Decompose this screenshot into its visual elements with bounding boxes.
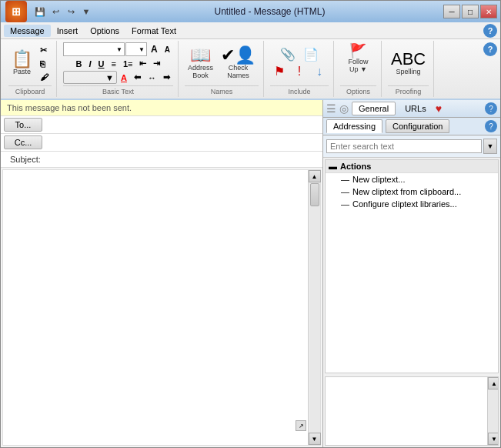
importance-high-button[interactable]: !	[290, 64, 309, 79]
tree-item-0[interactable]: — New cliptext...	[326, 173, 498, 186]
style-dropdown[interactable]: ▼	[63, 71, 117, 84]
panel-icon-left: ☰	[326, 102, 336, 115]
decrease-indent-button[interactable]: ⇤	[136, 57, 149, 70]
window-title: Untitled - Message (HTML)	[96, 6, 443, 17]
address-book-button[interactable]: 📖 AddressBook	[185, 45, 216, 81]
tree-item-2[interactable]: — Configure cliptext libraries...	[326, 198, 498, 210]
attach-file-button[interactable]: 📎	[277, 47, 299, 62]
ribbon-group-options: 🚩 FollowUp ▼ Options	[336, 41, 382, 97]
actions-label: Actions	[340, 162, 371, 171]
scroll-thumb[interactable]	[310, 183, 319, 206]
scroll-track[interactable]	[309, 182, 320, 433]
maximize-button[interactable]: □	[462, 5, 479, 18]
tab-urls[interactable]: URLs	[399, 102, 433, 115]
flag-button[interactable]: ⚑	[270, 64, 289, 79]
numbering-button[interactable]: 1≡	[120, 57, 136, 70]
ribbon-group-proofing: ABC Spelling Proofing	[383, 41, 434, 97]
follow-up-button[interactable]: 🚩 FollowUp ▼	[345, 42, 371, 75]
importance-low-button[interactable]: ↓	[310, 64, 329, 79]
font-color-button[interactable]: A	[118, 71, 130, 84]
tree-item-label-1: New cliptext from clipboard...	[352, 187, 461, 196]
grow-font-button[interactable]: A	[148, 42, 161, 56]
body-corner-icon: ↗	[296, 420, 306, 431]
attach-item-button[interactable]: 📄	[300, 47, 322, 62]
tree-expand-icon: ▬	[329, 162, 337, 171]
cut-button[interactable]: ✂	[37, 44, 52, 57]
menu-insert[interactable]: Insert	[51, 25, 85, 37]
preview-scroll-track[interactable]	[488, 389, 498, 433]
ribbon-group-basic-text: ▼ ▼ A A B I U ≡ 1≡ ⇤ ⇥	[58, 41, 179, 97]
body-scrollbar[interactable]: ▲ ▼	[308, 170, 320, 445]
minimize-button[interactable]: ─	[443, 5, 460, 18]
bullets-button[interactable]: ≡	[108, 57, 119, 70]
format-painter-button[interactable]: 🖌	[37, 71, 52, 83]
subject-input[interactable]	[47, 153, 319, 165]
help-button[interactable]: ?	[483, 24, 497, 38]
subtab-help-button[interactable]: ?	[485, 120, 497, 132]
search-input[interactable]	[326, 139, 482, 153]
tree-item-label-0: New cliptext...	[352, 175, 405, 184]
not-sent-notice: This message has not been sent.	[1, 100, 322, 116]
subject-row: Subject:	[1, 152, 322, 168]
close-button[interactable]: ✕	[480, 5, 497, 18]
main-window: ⊞ 💾 ↩ ↪ ▼ Untitled - Message (HTML) ─ □ …	[0, 0, 501, 448]
email-composer: This message has not been sent. To... Cc…	[1, 100, 323, 447]
ribbon-group-clipboard: 📋 Paste ✂ ⎘ 🖌 Clipboard	[4, 41, 57, 97]
align-right[interactable]: ➡	[160, 71, 173, 84]
check-names-button[interactable]: ✔👤 CheckNames	[218, 45, 259, 81]
message-body[interactable]: ↗ ▲ ▼	[2, 169, 321, 446]
subtab-configuration[interactable]: Configuration	[386, 119, 449, 133]
panel-header: ☰ ◎ General URLs ♥ ?	[323, 100, 500, 118]
include-label: Include	[270, 85, 329, 95]
preview-scroll-up[interactable]: ▲	[488, 377, 499, 389]
tab-general[interactable]: General	[352, 102, 396, 115]
tree-item-1[interactable]: — New cliptext from clipboard...	[326, 186, 498, 198]
ribbon-help-button[interactable]: ?	[483, 42, 497, 56]
bold-button[interactable]: B	[73, 57, 85, 70]
menu-message[interactable]: Message	[4, 25, 51, 37]
names-label: Names	[185, 85, 259, 95]
cc-button[interactable]: Cc...	[4, 135, 42, 149]
search-dropdown-arrow[interactable]: ▼	[483, 139, 497, 154]
quick-access-toolbar: 💾 ↩ ↪ ▼	[30, 5, 96, 18]
scroll-down-arrow[interactable]: ▼	[309, 433, 321, 445]
office-button[interactable]: ⊞	[5, 1, 27, 22]
panel-icon-right: ◎	[339, 102, 349, 115]
paste-button[interactable]: 📋 Paste	[8, 49, 35, 77]
menu-format-text[interactable]: Format Text	[125, 25, 182, 37]
font-family-dropdown[interactable]: ▼	[63, 42, 125, 56]
underline-button[interactable]: U	[95, 57, 108, 70]
increase-indent-button[interactable]: ⇥	[150, 57, 163, 70]
subtab-addressing[interactable]: Addressing	[326, 119, 382, 133]
quick-access-more[interactable]: ▼	[79, 5, 93, 18]
basic-text-label: Basic Text	[63, 85, 173, 95]
align-left[interactable]: ⬅	[131, 71, 144, 84]
cc-input[interactable]	[42, 136, 319, 149]
menu-options[interactable]: Options	[84, 25, 125, 37]
panel-help-button[interactable]: ?	[485, 102, 497, 115]
scroll-up-arrow[interactable]: ▲	[309, 170, 321, 182]
to-button[interactable]: To...	[4, 118, 42, 132]
menubar: Message Insert Options Format Text ?	[1, 22, 500, 39]
to-input[interactable]	[42, 119, 319, 131]
copy-button[interactable]: ⎘	[37, 58, 52, 70]
shrink-font-button[interactable]: A	[162, 42, 173, 56]
actions-tree: ▬ Actions — New cliptext... — New clipte…	[325, 159, 499, 373]
redo-btn[interactable]: ↪	[64, 5, 78, 18]
tree-item-icon-2: —	[341, 199, 349, 209]
undo-btn[interactable]: ↩	[48, 5, 62, 18]
save-btn[interactable]: 💾	[33, 5, 47, 18]
font-size-dropdown[interactable]: ▼	[125, 42, 147, 56]
options-label: Options	[340, 85, 376, 95]
tree-item-icon-0: —	[341, 175, 349, 184]
align-center[interactable]: ↔	[145, 71, 159, 84]
ribbon-group-include: 📎 📄 ⚑ ! ↓ I	[266, 41, 334, 97]
ribbon: 📋 Paste ✂ ⎘ 🖌 Clipboard ▼	[1, 39, 500, 100]
search-area: ▼	[323, 135, 500, 158]
italic-button[interactable]: I	[85, 57, 94, 70]
actions-header[interactable]: ▬ Actions	[326, 160, 498, 173]
ribbon-group-names: 📖 AddressBook ✔👤 CheckNames Names	[180, 41, 264, 97]
spelling-button[interactable]: ABC Spelling	[388, 49, 429, 77]
preview-scroll-down[interactable]: ▼	[488, 433, 499, 445]
preview-scrollbar[interactable]: ▲ ▼	[487, 377, 498, 445]
